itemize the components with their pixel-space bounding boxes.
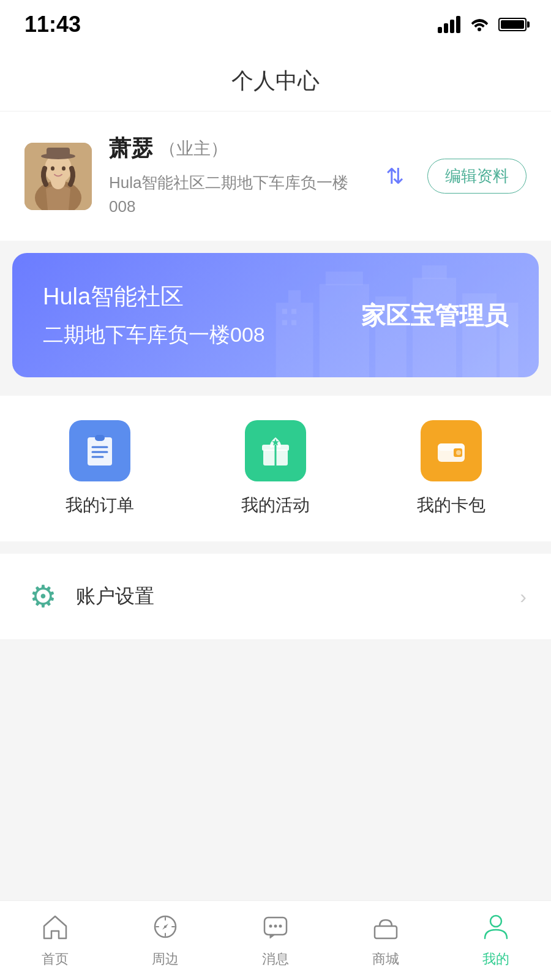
page-header: 个人中心 xyxy=(0,49,551,111)
nav-item-shop[interactable]: 商城 xyxy=(331,913,441,968)
quick-actions: 我的订单 我的活动 xyxy=(0,396,551,541)
profile-section: 萧瑟 （业主） Hula智能社区二期地下车库负一楼008 ⇅ 编辑资料 xyxy=(0,111,551,241)
nav-item-mine[interactable]: 我的 xyxy=(441,913,551,968)
home-icon xyxy=(41,913,69,945)
profile-name-row: 萧瑟 （业主） xyxy=(109,134,362,164)
svg-point-32 xyxy=(456,450,461,455)
signal-icon xyxy=(438,16,460,33)
action-activities[interactable]: 我的活动 xyxy=(241,420,310,517)
status-icons xyxy=(438,14,527,36)
nav-label-shop: 商城 xyxy=(372,950,399,968)
svg-point-40 xyxy=(490,916,501,927)
person-icon xyxy=(482,913,510,945)
svg-point-37 xyxy=(274,925,277,928)
svg-point-6 xyxy=(51,166,54,170)
svg-rect-39 xyxy=(375,926,397,938)
profile-info: 萧瑟 （业主） Hula智能社区二期地下车库负一楼008 xyxy=(109,134,362,219)
nav-label-mine: 我的 xyxy=(482,950,509,968)
profile-name: 萧瑟 xyxy=(109,134,153,164)
svg-rect-14 xyxy=(422,265,447,279)
wallet-label: 我的卡包 xyxy=(417,494,485,517)
wifi-icon xyxy=(469,14,490,36)
svg-rect-5 xyxy=(47,148,70,157)
banner-role-badge: 家区宝管理员 xyxy=(361,298,508,332)
gear-icon: ⚙ xyxy=(29,579,57,614)
bottom-nav: 首页 周边 消息 xyxy=(0,900,551,980)
svg-point-36 xyxy=(269,925,272,928)
nav-item-home[interactable]: 首页 xyxy=(0,913,110,968)
svg-point-38 xyxy=(279,925,282,928)
action-orders[interactable]: 我的订单 xyxy=(66,420,134,517)
orders-icon xyxy=(69,420,130,481)
sort-icon: ⇅ xyxy=(386,164,404,189)
status-bar: 11:43 xyxy=(0,0,551,49)
edit-profile-button[interactable]: 编辑资料 xyxy=(427,159,527,194)
avatar xyxy=(24,143,92,210)
svg-rect-22 xyxy=(95,435,105,441)
page-title: 个人中心 xyxy=(0,66,551,96)
chevron-right-icon: › xyxy=(520,586,527,608)
message-icon xyxy=(261,913,290,945)
community-banner: Hula智能社区 二期地下车库负一楼008 家区宝管理员 xyxy=(12,253,539,377)
nav-label-messages: 消息 xyxy=(262,950,289,968)
activities-label: 我的活动 xyxy=(241,494,310,517)
nav-label-home: 首页 xyxy=(42,950,69,968)
activities-icon xyxy=(245,420,306,481)
nav-item-messages[interactable]: 消息 xyxy=(220,913,331,968)
compass-icon xyxy=(151,913,179,945)
status-time: 11:43 xyxy=(24,12,81,37)
svg-point-7 xyxy=(62,166,66,170)
action-wallet[interactable]: 我的卡包 xyxy=(417,420,485,517)
orders-label: 我的订单 xyxy=(66,494,134,517)
nav-item-nearby[interactable]: 周边 xyxy=(110,913,220,968)
settings-item-account[interactable]: ⚙ 账户设置 › xyxy=(0,554,551,640)
wallet-icon xyxy=(421,420,482,481)
settings-account-label: 账户设置 xyxy=(76,583,520,610)
nav-label-nearby: 周边 xyxy=(152,950,179,968)
banner-wrapper: Hula智能社区 二期地下车库负一楼008 家区宝管理员 xyxy=(0,253,551,377)
settings-section: ⚙ 账户设置 › xyxy=(0,554,551,640)
battery-icon xyxy=(498,18,527,31)
shop-icon xyxy=(372,913,400,945)
profile-role: （业主） xyxy=(159,137,228,160)
profile-address: Hula智能社区二期地下车库负一楼008 xyxy=(109,171,362,219)
gear-icon-wrap: ⚙ xyxy=(24,578,61,615)
